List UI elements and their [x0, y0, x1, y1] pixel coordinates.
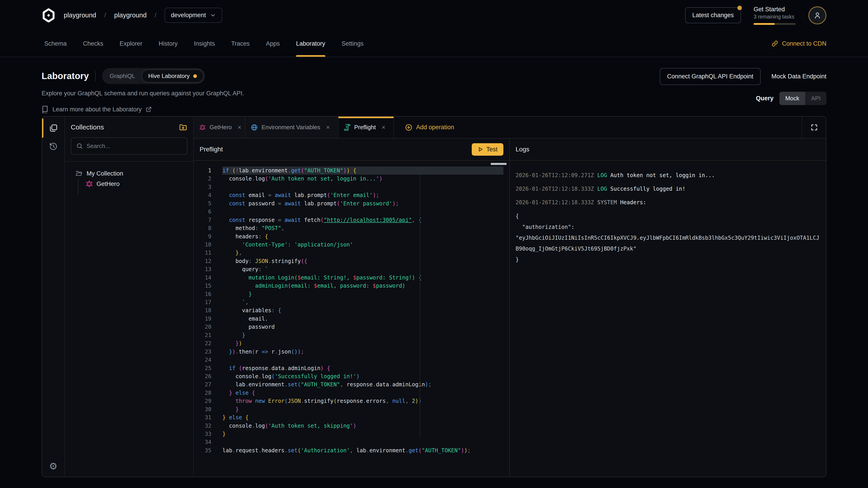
- history-panel-icon[interactable]: [49, 142, 58, 151]
- collections-panel-icon[interactable]: [49, 123, 58, 132]
- code-line-19[interactable]: 19 email,: [194, 315, 509, 323]
- close-icon[interactable]: ×: [381, 124, 385, 131]
- nav-item-checks[interactable]: Checks: [83, 31, 103, 57]
- scrollbar-thumb[interactable]: [491, 163, 506, 165]
- code-line-1[interactable]: 1if (!lab.environment.get("AUTH_TOKEN"))…: [194, 166, 509, 175]
- get-started-title: Get Started: [754, 6, 796, 13]
- target-selector-value: development: [171, 12, 206, 19]
- code-line-17[interactable]: 17 `,: [194, 298, 509, 306]
- breadcrumb-project[interactable]: playground: [114, 11, 147, 19]
- line-content: }: [222, 405, 503, 414]
- hive-logo-icon[interactable]: [41, 8, 56, 22]
- nav-item-schema[interactable]: Schema: [44, 31, 67, 57]
- collections-search[interactable]: [71, 137, 187, 155]
- nav-items: SchemaChecksExplorerHistoryInsightsTrace…: [44, 31, 364, 57]
- nav-item-traces[interactable]: Traces: [231, 31, 250, 57]
- code-line-13[interactable]: 13 query: `: [194, 265, 509, 273]
- query-toggle-api[interactable]: API: [805, 92, 827, 105]
- nav-item-explorer[interactable]: Explorer: [120, 31, 143, 57]
- code-line-23[interactable]: 23 }).then(r => r.json());: [194, 348, 509, 356]
- code-line-32[interactable]: 32 console.log('Auth token set, skipping…: [194, 422, 509, 430]
- code-line-9[interactable]: 9 headers: {: [194, 232, 509, 240]
- line-number: 18: [194, 306, 211, 315]
- code-line-8[interactable]: 8 method: "POST",: [194, 224, 509, 232]
- left-rail: ⚙: [42, 117, 65, 477]
- code-line-21[interactable]: 21 }: [194, 331, 509, 339]
- tab-environment-variables[interactable]: Environment Variables ×: [245, 117, 338, 138]
- nav-item-history[interactable]: History: [159, 31, 178, 57]
- code-line-31[interactable]: 31} else {: [194, 414, 509, 422]
- query-target-toggle: Mock API: [779, 92, 827, 105]
- breadcrumb-org[interactable]: playground: [64, 11, 96, 19]
- line-number: 33: [194, 430, 211, 438]
- line-content: console.log('Auth token not set, loggin …: [222, 175, 503, 183]
- connect-to-cdn-link[interactable]: Connect to CDN: [772, 31, 827, 57]
- target-selector[interactable]: development: [164, 8, 222, 23]
- code-line-20[interactable]: 20 password: [194, 323, 509, 331]
- line-content: headers: {: [222, 232, 503, 240]
- code-line-26[interactable]: 26 console.log('Successfully logged in!'…: [194, 372, 509, 381]
- nav-item-insights[interactable]: Insights: [194, 31, 215, 57]
- code-line-14[interactable]: 14 mutation Login($email: String!, $pass…: [194, 273, 509, 282]
- line-number: 29: [194, 397, 211, 405]
- code-line-34[interactable]: 34: [194, 438, 509, 446]
- connect-graphql-endpoint-button[interactable]: Connect GraphQL API Endpoint: [660, 68, 761, 85]
- nav-item-settings[interactable]: Settings: [342, 31, 364, 57]
- close-icon[interactable]: ×: [326, 124, 330, 131]
- code-line-10[interactable]: 10 'Content-Type': 'application/json': [194, 240, 509, 249]
- code-line-16[interactable]: 16 }: [194, 290, 509, 298]
- tab-gethero[interactable]: GetHero ×: [194, 117, 245, 138]
- code-line-22[interactable]: 22 }): [194, 339, 509, 348]
- code-line-2[interactable]: 2 console.log('Auth token not set, loggi…: [194, 175, 509, 183]
- laboratory-header: Laboratory GraphiQL Hive Laboratory Expl…: [0, 57, 868, 113]
- globe-icon: [251, 124, 258, 131]
- line-content: lab.environment.set("AUTH_TOKEN", respon…: [222, 381, 503, 389]
- code-line-24[interactable]: 24: [194, 356, 509, 364]
- line-number: 15: [194, 282, 211, 290]
- nav-item-laboratory[interactable]: Laboratory: [296, 31, 325, 57]
- line-number: 9: [194, 232, 211, 240]
- code-line-30[interactable]: 30 }: [194, 405, 509, 414]
- code-line-5[interactable]: 5 const password = await lab.prompt('Ent…: [194, 199, 509, 207]
- latest-changes-button[interactable]: Latest changes: [685, 7, 741, 23]
- code-line-12[interactable]: 12 body: JSON.stringify({: [194, 257, 509, 265]
- code-line-27[interactable]: 27 lab.environment.set("AUTH_TOKEN", res…: [194, 381, 509, 389]
- logs-body[interactable]: 2026-01-26T12:12:09.271Z LOG Auth token …: [510, 161, 826, 477]
- operation-tabstrip: GetHero × Environment Variables ×: [194, 117, 826, 138]
- user-avatar[interactable]: [808, 6, 827, 24]
- close-icon[interactable]: ×: [238, 124, 241, 131]
- code-line-35[interactable]: 35lab.request.headers.set('Authorization…: [194, 447, 509, 455]
- add-collection-icon[interactable]: [179, 123, 187, 131]
- operation-row-gethero[interactable]: GetHero: [65, 180, 193, 188]
- code-line-7[interactable]: 7 const response = await fetch("http://l…: [194, 216, 509, 224]
- learn-more-link[interactable]: Learn more about the Laboratory: [41, 105, 660, 113]
- add-operation-button[interactable]: Add operation: [405, 117, 454, 138]
- code-line-25[interactable]: 25 if (response.data.adminLogin) {: [194, 364, 509, 372]
- search-input[interactable]: [87, 142, 182, 150]
- line-number: 10: [194, 240, 211, 249]
- code-line-28[interactable]: 28 } else {: [194, 389, 509, 397]
- code-line-11[interactable]: 11 },: [194, 249, 509, 257]
- log-raw-line: B90oqg_IjOmGtjP6CkiV5Jt695jBD0fjzPxk": [516, 243, 826, 254]
- code-line-15[interactable]: 15 adminLogin(email: $email, password: $…: [194, 282, 509, 290]
- line-content: }: [222, 331, 503, 339]
- code-line-18[interactable]: 18 variables: {: [194, 306, 509, 315]
- code-line-4[interactable]: 4 const email = await lab.prompt('Enter …: [194, 191, 509, 199]
- nav-item-apps[interactable]: Apps: [266, 31, 280, 57]
- code-line-3[interactable]: 3: [194, 183, 509, 191]
- code-editor[interactable]: 1if (!lab.environment.get("AUTH_TOKEN"))…: [194, 161, 509, 477]
- get-started-widget[interactable]: Get Started 3 remaining tasks: [754, 6, 796, 25]
- test-button[interactable]: Test: [472, 143, 503, 156]
- fullscreen-button[interactable]: [802, 117, 826, 138]
- code-line-29[interactable]: 29 throw new Error(JSON.stringify(respon…: [194, 397, 509, 405]
- code-line-33[interactable]: 33}: [194, 430, 509, 438]
- mode-option-graphiql[interactable]: GraphiQL: [103, 70, 142, 82]
- settings-gear-icon[interactable]: ⚙: [49, 461, 58, 472]
- logs-title: Logs: [516, 146, 529, 153]
- collection-folder-row[interactable]: My Collection: [65, 170, 193, 177]
- query-toggle-mock[interactable]: Mock: [779, 92, 805, 105]
- tab-preflight[interactable]: Preflight ×: [338, 117, 394, 138]
- mock-data-endpoint-label[interactable]: Mock Data Endpoint: [772, 73, 827, 80]
- code-line-6[interactable]: 6: [194, 207, 509, 216]
- mode-option-hive-laboratory[interactable]: Hive Laboratory: [142, 69, 204, 83]
